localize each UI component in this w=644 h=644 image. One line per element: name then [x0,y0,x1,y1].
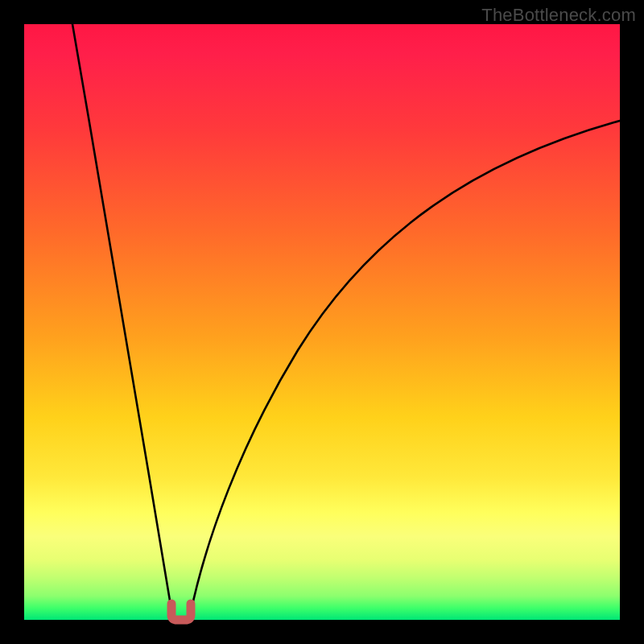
curve-layer [24,24,620,620]
curve-left-branch [72,24,173,620]
curve-right-branch [189,121,620,620]
watermark-text: TheBottleneck.com [481,5,636,26]
minimum-marker [171,604,191,620]
plot-area [24,24,620,620]
chart-frame: TheBottleneck.com [0,0,644,644]
